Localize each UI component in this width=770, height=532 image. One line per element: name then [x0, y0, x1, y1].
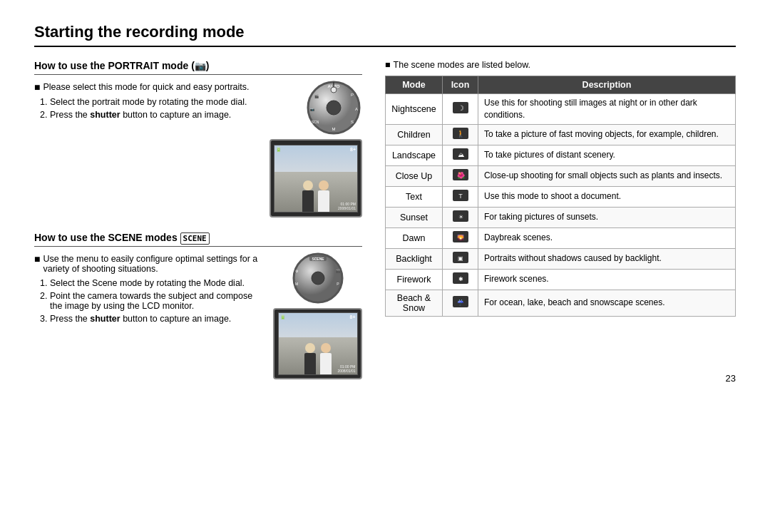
icon-cell: ☔ [443, 290, 478, 316]
mode-cell: Beach & Snow [386, 290, 443, 316]
scene-dial-svg: SCN SCENE 🎬 P ⚙ M [289, 252, 346, 304]
table-row: Backlight▣Portraits without shadows caus… [386, 248, 736, 269]
left-column: How to use the PORTRAIT mode (📷) ■ Pleas… [34, 60, 362, 379]
description-cell: Daybreak scenes. [478, 227, 736, 248]
description-cell: To take a picture of fast moving objects… [478, 124, 736, 145]
svg-point-13 [312, 272, 324, 285]
mode-cell: Firework [386, 269, 443, 290]
scene-bullet: ■ Use the menu to easily configure optim… [34, 254, 266, 274]
svg-text:🎬: 🎬 [336, 269, 341, 274]
portrait-step-1: Select the portrait mode by rotating the… [50, 97, 298, 107]
scene-text: ■ Use the menu to easily configure optim… [34, 254, 266, 327]
scene-dial-area: SCN SCENE 🎬 P ⚙ M [273, 252, 362, 379]
svg-point-10 [331, 87, 337, 93]
icon-cell: 🌺 [443, 165, 478, 186]
col-description: Description [478, 76, 736, 94]
svg-text:M: M [294, 282, 297, 286]
mode-cell: Nightscene [386, 94, 443, 125]
portrait-screen-area: 🔋 8+ 01:00 PM 2008/01/01 [34, 139, 362, 218]
table-row: TextTUse this mode to shoot a document. [386, 186, 736, 207]
svg-text:✱: ✱ [458, 276, 463, 282]
scene-section: How to use the SCENE modes SCENE ■ Use t… [34, 232, 362, 379]
col-icon: Icon [443, 76, 478, 94]
svg-text:A: A [355, 107, 358, 111]
portrait-step-2: Press the shutter button to capture an i… [50, 110, 298, 120]
svg-text:M: M [332, 127, 336, 131]
portrait-section: How to use the PORTRAIT mode (📷) ■ Pleas… [34, 60, 362, 218]
mode-cell: Dawn [386, 227, 443, 248]
icon-cell: ⛰ [443, 145, 478, 165]
svg-point-1 [327, 101, 341, 115]
scene-note: ■ The scene modes are listed below. [385, 60, 736, 70]
svg-text:🎬: 🎬 [314, 94, 319, 99]
svg-text:▣: ▣ [458, 255, 463, 262]
portrait-camera-screen: 🔋 8+ 01:00 PM 2008/01/01 [270, 139, 362, 218]
mode-dial-svg: AUTO P A S M SCN 📷 🎬 [305, 79, 362, 136]
icon-cell: 🚶 [443, 124, 478, 145]
page-number: 23 [726, 373, 736, 384]
portrait-bullet: ■ Please select this mode for quick and … [34, 82, 298, 93]
description-cell: Close-up shooting for small objects such… [478, 165, 736, 186]
portrait-heading: How to use the PORTRAIT mode (📷) [34, 60, 362, 75]
svg-text:☀: ☀ [458, 214, 463, 220]
table-row: Dawn🌄Daybreak scenes. [386, 227, 736, 248]
table-row: Close Up🌺Close-up shooting for small obj… [386, 165, 736, 186]
svg-text:📷: 📷 [310, 107, 315, 112]
svg-text:T: T [458, 193, 463, 200]
portrait-steps: Select the portrait mode by rotating the… [34, 97, 298, 120]
description-cell: Use this mode to shoot a document. [478, 186, 736, 207]
portrait-dial-area: AUTO P A S M SCN 📷 🎬 [305, 79, 362, 136]
svg-text:🌄: 🌄 [457, 234, 464, 241]
icon-cell: 🌄 [443, 227, 478, 248]
svg-text:SCENE: SCENE [312, 257, 324, 261]
mode-cell: Landscape [386, 145, 443, 165]
description-cell: Use this for shooting still images at ni… [478, 94, 736, 125]
svg-text:☽: ☽ [457, 104, 463, 112]
page: Starting the recording mode How to use t… [0, 0, 770, 397]
svg-text:S: S [351, 120, 354, 124]
icon-cell: ▣ [443, 248, 478, 269]
svg-text:🚶: 🚶 [456, 129, 466, 138]
scene-step-3: Press the shutter button to capture an i… [50, 314, 266, 324]
mode-cell: Text [386, 186, 443, 207]
mode-cell: Children [386, 124, 443, 145]
table-row: Sunset☀For taking pictures of sunsets. [386, 207, 736, 227]
scene-step-1: Select the Scene mode by rotating the Mo… [50, 278, 266, 288]
svg-text:☔: ☔ [457, 299, 464, 306]
icon-cell: ✱ [443, 269, 478, 290]
portrait-text: ■ Please select this mode for quick and … [34, 82, 298, 123]
scene-camera-screen: 🔋 8+ 01:00 PM 2008/01/01 [273, 308, 362, 379]
table-row: Landscape⛰To take pictures of distant sc… [386, 145, 736, 165]
table-row: Children🚶To take a picture of fast movin… [386, 124, 736, 145]
table-row: Beach & Snow☔For ocean, lake, beach and … [386, 290, 736, 316]
col-mode: Mode [386, 76, 443, 94]
portrait-content: ■ Please select this mode for quick and … [34, 82, 362, 136]
scene-heading: How to use the SCENE modes SCENE [34, 232, 362, 247]
description-cell: To take pictures of distant scenery. [478, 145, 736, 165]
mode-cell: Backlight [386, 248, 443, 269]
description-cell: For taking pictures of sunsets. [478, 207, 736, 227]
scene-content: ■ Use the menu to easily configure optim… [34, 254, 362, 379]
table-row: Nightscene☽Use this for shooting still i… [386, 94, 736, 125]
scene-table-body: Nightscene☽Use this for shooting still i… [386, 94, 736, 317]
scene-table: Mode Icon Description Nightscene☽Use thi… [385, 76, 736, 317]
svg-text:⛰: ⛰ [457, 151, 463, 158]
page-title: Starting the recording mode [34, 23, 736, 47]
table-header-row: Mode Icon Description [386, 76, 736, 94]
svg-text:🌺: 🌺 [456, 171, 465, 180]
description-cell: For ocean, lake, beach and snowscape sce… [478, 290, 736, 316]
svg-text:P: P [351, 93, 354, 97]
description-cell: Portraits without shadows caused by back… [478, 248, 736, 269]
icon-cell: ☽ [443, 94, 478, 125]
mode-cell: Sunset [386, 207, 443, 227]
icon-cell: T [443, 186, 478, 207]
table-row: Firework✱Firework scenes. [386, 269, 736, 290]
scene-steps: Select the Scene mode by rotating the Mo… [34, 278, 266, 324]
description-cell: Firework scenes. [478, 269, 736, 290]
mode-cell: Close Up [386, 165, 443, 186]
icon-cell: ☀ [443, 207, 478, 227]
right-column: ■ The scene modes are listed below. Mode… [385, 60, 736, 379]
svg-text:SCN: SCN [312, 120, 319, 124]
scene-step-2: Point the camera towards the subject and… [50, 291, 266, 311]
